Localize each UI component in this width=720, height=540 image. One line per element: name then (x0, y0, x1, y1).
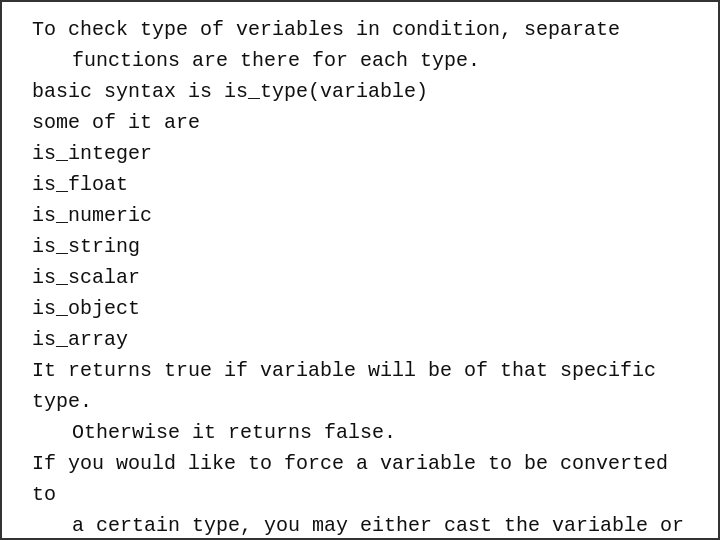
line-9: is_object (32, 293, 688, 324)
line-3: some of it are (32, 107, 688, 138)
line-1-indent: functions are there for each type. (32, 45, 688, 76)
line-10: is_array (32, 324, 688, 355)
line-1: To check type of veriables in condition,… (32, 14, 688, 45)
main-content-area: To check type of veriables in condition,… (0, 0, 720, 540)
line-7: is_string (32, 231, 688, 262)
line-5: is_float (32, 169, 688, 200)
line-12-indent: a certain type, you may either cast the … (32, 510, 688, 540)
line-12: If you would like to force a variable to… (32, 448, 688, 510)
line-6: is_numeric (32, 200, 688, 231)
line-2: basic syntax is is_type(variable) (32, 76, 688, 107)
line-8: is_scalar (32, 262, 688, 293)
text-block: To check type of veriables in condition,… (32, 14, 688, 540)
line-11-indent: Otherwise it returns false. (32, 417, 688, 448)
line-4: is_integer (32, 138, 688, 169)
line-11: It returns true if variable will be of t… (32, 355, 688, 417)
